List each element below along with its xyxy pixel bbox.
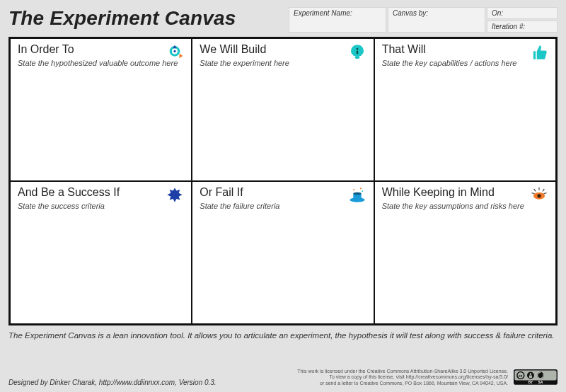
canvas-by-label: Canvas by: [393,9,428,17]
svg-line-14 [543,189,544,191]
svg-point-9 [362,190,363,192]
iteration-field[interactable]: Iteration #: [487,21,558,33]
canvas-grid: In Order To State the hypothesized valua… [8,37,558,325]
tagline: The Experiment Canvas is a lean innovati… [8,331,558,340]
svg-rect-4 [354,56,359,59]
on-field[interactable]: On: [487,7,558,19]
svg-point-5 [356,48,358,50]
cell-title: We Will Build [200,43,366,56]
on-label: On: [492,9,503,17]
svg-line-13 [534,189,536,191]
svg-line-15 [531,193,534,194]
svg-text:SA: SA [538,381,543,384]
eye-icon [530,186,548,204]
target-icon [166,43,184,62]
svg-marker-2 [180,54,183,59]
license-text: This work is licensed under the Creative… [297,369,508,386]
cell-in-order-to[interactable]: In Order To State the hypothesized valua… [10,38,192,181]
cell-title: That Will [382,43,548,56]
designed-by: Designed by Dinker Charak, http://www.dd… [8,379,216,386]
cell-fail-if[interactable]: Or Fail If State the failure criteria [192,181,374,324]
cell-subtitle: State the experiment here [200,59,366,67]
license-line: or send a letter to Creative Commons, PO… [297,381,508,386]
cell-title: While Keeping in Mind [382,186,548,199]
cell-title: Or Fail If [200,186,366,199]
magic-hat-icon [348,186,366,204]
cell-success-if[interactable]: And Be a Success If State the success cr… [10,181,192,324]
svg-text:BY: BY [529,381,533,384]
cell-subtitle: State the hypothesized valuable outcome … [18,59,184,67]
cell-title: And Be a Success If [18,186,184,199]
splash-badge-icon [166,186,184,204]
cell-subtitle: State the key assumptions and risks here [382,202,548,210]
cell-subtitle: State the key capabilities / actions her… [382,59,548,67]
experiment-name-field[interactable]: Experiment Name: [289,7,386,33]
experiment-name-label: Experiment Name: [294,9,352,17]
svg-point-3 [174,50,176,52]
svg-text:cc: cc [519,374,523,378]
license-line: To view a copy of this license, visit ht… [297,374,508,380]
cell-subtitle: State the failure criteria [200,202,366,210]
header: The Experiment Canvas Experiment Name: C… [8,7,558,33]
svg-rect-6 [356,51,357,54]
cc-by-sa-badge-icon: cc BY SA [514,369,558,386]
page-title: The Experiment Canvas [8,7,282,30]
meta-fields: Experiment Name: Canvas by: On: Iteratio… [289,7,558,33]
svg-point-18 [537,194,541,197]
svg-point-8 [360,188,362,189]
cell-subtitle: State the success criteria [18,202,184,210]
iteration-label: Iteration #: [492,23,525,30]
cell-keeping-in-mind[interactable]: While Keeping in Mind State the key assu… [374,181,556,324]
license-block: This work is licensed under the Creative… [297,369,558,386]
svg-point-11 [353,192,361,195]
cell-title: In Order To [18,43,184,56]
canvas-by-field[interactable]: Canvas by: [388,7,485,33]
svg-point-24 [530,373,532,375]
cell-we-will-build[interactable]: We Will Build State the experiment here [192,38,374,181]
thumbs-up-icon [530,43,548,62]
svg-point-7 [353,189,354,190]
info-bulb-icon [348,43,366,62]
license-line: This work is licensed under the Creative… [297,369,508,374]
footer: Designed by Dinker Charak, http://www.dd… [8,369,558,386]
cell-that-will[interactable]: That Will State the key capabilities / a… [374,38,556,181]
svg-line-16 [544,193,547,194]
